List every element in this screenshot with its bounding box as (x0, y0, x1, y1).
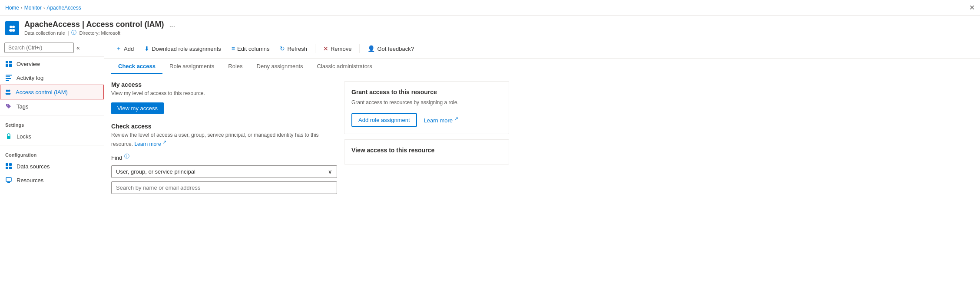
tags-label: Tags (17, 103, 28, 110)
svg-point-16 (7, 105, 8, 105)
search-principal-input[interactable] (111, 181, 337, 194)
svg-rect-5 (9, 61, 12, 63)
my-access-desc: View my level of access to this resource… (111, 90, 337, 97)
svg-rect-23 (7, 182, 10, 183)
page-header: ApacheAccess | Access control (IAM) ... … (0, 16, 980, 39)
svg-rect-20 (6, 167, 8, 169)
svg-rect-17 (7, 136, 10, 139)
view-my-access-button[interactable]: View my access (111, 102, 164, 114)
page-title: ApacheAccess | Access control (IAM) (24, 20, 164, 29)
edit-columns-button[interactable]: ≡ Edit columns (227, 43, 274, 54)
sidebar-item-locks[interactable]: Locks (0, 129, 104, 143)
find-info-icon: ⓘ (124, 153, 129, 160)
learn-more-link[interactable]: Learn more ↗ (134, 141, 166, 147)
svg-point-0 (10, 26, 12, 28)
breadcrumb-home[interactable]: Home (5, 5, 19, 11)
ellipsis-menu-button[interactable]: ... (167, 21, 176, 29)
view-access-card-title: View access to this resource (351, 147, 502, 154)
svg-point-15 (8, 93, 11, 95)
tab-deny-assignments[interactable]: Deny assignments (250, 59, 310, 74)
svg-point-13 (8, 90, 10, 92)
principal-type-dropdown[interactable]: User, group, or service principal ∨ (111, 165, 337, 178)
directory-label: Directory: Microsoft (79, 30, 120, 36)
grant-access-card-desc: Grant access to resources by assigning a… (351, 99, 502, 106)
sidebar-search-area: « (0, 39, 104, 57)
breadcrumb-resource[interactable]: ApacheAccess (46, 5, 81, 11)
tabs-bar: Check access Role assignments Roles Deny… (104, 59, 980, 74)
toolbar: ＋ Add ⬇ Download role assignments ≡ Edit… (104, 39, 980, 59)
add-role-assignment-button[interactable]: Add role assignment (351, 113, 417, 127)
nav-divider-2 (0, 145, 104, 145)
resource-type-badge: Data collection rule (24, 30, 65, 36)
sidebar-item-data-sources[interactable]: Data sources (0, 159, 104, 173)
add-icon: ＋ (116, 45, 122, 53)
refresh-icon: ↻ (280, 45, 285, 52)
find-label: Find ⓘ (111, 153, 337, 163)
sidebar-item-overview[interactable]: Overview (0, 57, 104, 71)
edit-columns-icon: ≡ (232, 45, 235, 52)
overview-icon (5, 60, 12, 67)
tab-classic-admins[interactable]: Classic administrators (310, 59, 379, 74)
download-icon: ⬇ (144, 45, 149, 52)
feedback-icon: 👤 (368, 45, 375, 52)
svg-rect-9 (6, 76, 10, 77)
sidebar: « Overview Activity log (0, 39, 104, 294)
collapse-sidebar-button[interactable]: « (76, 44, 80, 51)
remove-label: Remove (331, 46, 351, 52)
grant-external-link-icon: ↗ (454, 116, 458, 121)
add-button[interactable]: ＋ Add (111, 43, 138, 55)
svg-point-1 (12, 26, 15, 28)
sidebar-item-resources[interactable]: Resources (0, 173, 104, 187)
svg-rect-11 (6, 80, 9, 81)
grant-access-card: Grant access to this resource Grant acce… (344, 81, 509, 134)
sidebar-item-activity-log[interactable]: Activity log (0, 71, 104, 85)
remove-button[interactable]: ✕ Remove (319, 43, 356, 54)
breadcrumb-monitor[interactable]: Monitor (24, 5, 42, 11)
refresh-button[interactable]: ↻ Refresh (275, 43, 311, 54)
resources-icon (5, 177, 12, 184)
edit-columns-label: Edit columns (237, 46, 269, 52)
feedback-label: Got feedback? (377, 46, 414, 52)
dropdown-chevron-icon: ∨ (328, 168, 332, 175)
check-access-desc: Review the level of access a user, group… (111, 132, 337, 148)
svg-rect-21 (9, 167, 12, 169)
page-subtitle: Data collection rule | ⓘ Directory: Micr… (24, 29, 975, 36)
tags-icon (5, 103, 12, 110)
locks-label: Locks (17, 133, 31, 140)
info-icon: ⓘ (71, 29, 76, 36)
svg-rect-18 (6, 163, 8, 166)
tab-roles[interactable]: Roles (221, 59, 249, 74)
download-label: Download role assignments (152, 46, 221, 52)
sidebar-item-tags[interactable]: Tags (0, 99, 104, 113)
data-sources-label: Data sources (17, 163, 50, 170)
external-link-icon: ↗ (162, 139, 166, 145)
nav-divider-1 (0, 115, 104, 115)
toolbar-separator (315, 44, 315, 53)
svg-rect-10 (6, 78, 11, 79)
toolbar-separator-2 (359, 44, 360, 53)
grant-access-card-actions: Add role assignment Learn more ↗ (351, 113, 502, 127)
top-bar: Home › Monitor › ApacheAccess ✕ (0, 0, 980, 16)
overview-label: Overview (17, 61, 40, 67)
feedback-button[interactable]: 👤 Got feedback? (363, 43, 418, 54)
svg-rect-4 (6, 61, 8, 63)
panel-right: Grant access to this resource Grant acce… (344, 81, 509, 194)
tab-role-assignments[interactable]: Role assignments (162, 59, 221, 74)
access-control-label: Access control (IAM) (16, 89, 68, 95)
panel-left: My access View my level of access to thi… (111, 81, 337, 194)
tab-check-access[interactable]: Check access (111, 59, 162, 74)
sidebar-item-access-control[interactable]: Access control (IAM) (0, 85, 104, 99)
view-access-card: View access to this resource (344, 139, 509, 164)
locks-icon (5, 133, 12, 140)
svg-point-12 (6, 90, 8, 92)
main-layout: « Overview Activity log (0, 39, 980, 294)
content-area: ＋ Add ⬇ Download role assignments ≡ Edit… (104, 39, 980, 294)
grant-learn-more-link[interactable]: Learn more ↗ (424, 116, 458, 124)
search-input[interactable] (4, 43, 74, 53)
close-button[interactable]: ✕ (969, 3, 975, 12)
add-label: Add (124, 46, 134, 52)
my-access-section: My access View my level of access to thi… (111, 81, 337, 114)
grant-access-card-title: Grant access to this resource (351, 89, 502, 95)
svg-rect-22 (6, 178, 11, 181)
download-button[interactable]: ⬇ Download role assignments (140, 43, 225, 54)
